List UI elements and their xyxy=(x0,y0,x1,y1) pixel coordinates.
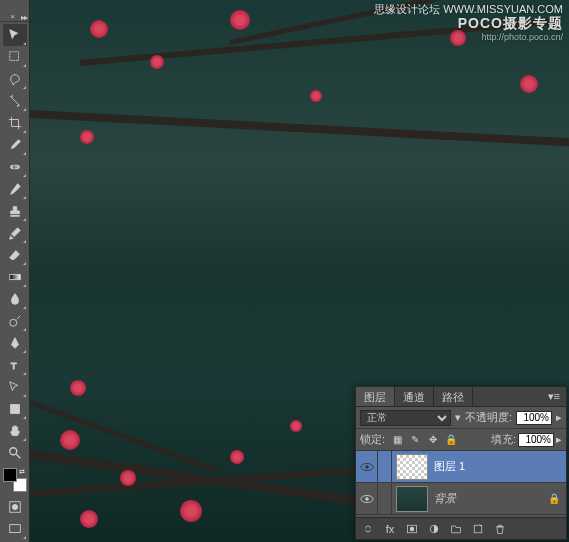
lock-pixels-icon[interactable]: ✎ xyxy=(407,432,423,448)
fill-input[interactable] xyxy=(518,433,554,447)
lock-label: 锁定: xyxy=(360,432,385,447)
crop-tool[interactable] xyxy=(3,112,27,134)
fill-label: 填充: xyxy=(491,432,516,447)
flower-decoration xyxy=(150,55,164,69)
layers-panel: 图层 通道 路径 ▾≡ 正常 ▾ 不透明度: ▸ 锁定: ▦ ✎ ✥ 🔒 填充:… xyxy=(355,386,567,540)
new-layer-button[interactable] xyxy=(468,520,488,538)
lasso-tool[interactable] xyxy=(3,68,27,90)
svg-rect-5 xyxy=(11,405,20,414)
stamp-tool[interactable] xyxy=(3,200,27,222)
watermark-url: http://photo.poco.cn/ xyxy=(374,30,563,44)
flower-decoration xyxy=(90,20,108,38)
tab-paths[interactable]: 路径 xyxy=(434,387,473,406)
branch-decoration xyxy=(30,110,569,146)
eyedropper-tool[interactable] xyxy=(3,134,27,156)
svg-text:T: T xyxy=(11,360,17,371)
watermark-brand: POCO摄影专题 xyxy=(374,16,563,30)
healing-tool[interactable] xyxy=(3,156,27,178)
history-brush-tool[interactable] xyxy=(3,222,27,244)
layer-list: 图层 1 背景 🔒 xyxy=(356,451,566,517)
watermark-domain: WWW.MISSYUAN.COM xyxy=(443,3,563,15)
quickmask-tool[interactable] xyxy=(3,496,27,518)
toolbar-header: ▸▸ × xyxy=(0,12,29,22)
group-button[interactable] xyxy=(446,520,466,538)
flower-decoration xyxy=(520,75,538,93)
flower-decoration xyxy=(290,420,302,432)
svg-point-13 xyxy=(365,497,369,501)
flower-decoration xyxy=(180,500,202,522)
lock-transparency-icon[interactable]: ▦ xyxy=(389,432,405,448)
flower-decoration xyxy=(310,90,322,102)
opacity-dropdown-icon[interactable]: ▸ xyxy=(556,411,562,424)
shape-tool[interactable] xyxy=(3,398,27,420)
layer-name[interactable]: 图层 1 xyxy=(434,459,465,474)
hand-tool[interactable] xyxy=(3,420,27,442)
layer-item[interactable]: 背景 🔒 xyxy=(356,483,566,515)
adjustment-layer-button[interactable] xyxy=(424,520,444,538)
lock-position-icon[interactable]: ✥ xyxy=(425,432,441,448)
path-tool[interactable] xyxy=(3,376,27,398)
tab-layers[interactable]: 图层 xyxy=(356,387,395,406)
svg-point-11 xyxy=(365,465,369,469)
flower-decoration xyxy=(80,130,94,144)
svg-rect-2 xyxy=(10,274,21,279)
color-swatches[interactable]: ⇄ xyxy=(3,468,27,492)
type-tool[interactable]: T xyxy=(3,354,27,376)
gradient-tool[interactable] xyxy=(3,266,27,288)
lock-icon: 🔒 xyxy=(548,493,560,504)
flower-decoration xyxy=(60,430,80,450)
wand-tool[interactable] xyxy=(3,90,27,112)
panel-tabs: 图层 通道 路径 ▾≡ xyxy=(356,387,566,407)
tools-toolbar: ▸▸ × T ⇄ xyxy=(0,0,30,542)
marquee-tool[interactable] xyxy=(3,46,27,68)
opacity-label: 不透明度: xyxy=(465,410,512,425)
svg-point-3 xyxy=(10,319,17,326)
panel-footer: fx xyxy=(356,517,566,539)
swap-colors-icon[interactable]: ⇄ xyxy=(19,468,25,476)
move-tool[interactable] xyxy=(3,24,27,46)
watermark: 思缘设计论坛 WWW.MISSYUAN.COM POCO摄影专题 http://… xyxy=(374,2,563,44)
svg-rect-9 xyxy=(10,525,21,533)
flower-decoration xyxy=(230,10,250,30)
layer-item[interactable]: 图层 1 xyxy=(356,451,566,483)
blend-opacity-row: 正常 ▾ 不透明度: ▸ xyxy=(356,407,566,429)
link-column xyxy=(378,451,392,482)
layer-style-button[interactable]: fx xyxy=(380,520,400,538)
link-layers-button[interactable] xyxy=(358,520,378,538)
foreground-color[interactable] xyxy=(3,468,17,482)
visibility-toggle[interactable] xyxy=(356,451,378,482)
delete-layer-button[interactable] xyxy=(490,520,510,538)
layer-name[interactable]: 背景 xyxy=(434,491,456,506)
zoom-tool[interactable] xyxy=(3,442,27,464)
svg-rect-0 xyxy=(10,52,19,61)
collapse-icon[interactable]: ▸▸ xyxy=(21,13,27,22)
eraser-tool[interactable] xyxy=(3,244,27,266)
screenmode-tool[interactable] xyxy=(3,518,27,540)
flower-decoration xyxy=(230,450,244,464)
layer-thumbnail[interactable] xyxy=(396,486,428,512)
layer-thumbnail[interactable] xyxy=(396,454,428,480)
visibility-toggle[interactable] xyxy=(356,483,378,514)
blur-tool[interactable] xyxy=(3,288,27,310)
svg-point-6 xyxy=(10,448,17,455)
watermark-cn: 思缘设计论坛 xyxy=(374,3,440,15)
flower-decoration xyxy=(70,380,86,396)
brush-tool[interactable] xyxy=(3,178,27,200)
svg-rect-17 xyxy=(474,525,482,533)
close-icon[interactable]: × xyxy=(10,12,15,21)
link-column xyxy=(378,483,392,514)
layer-mask-button[interactable] xyxy=(402,520,422,538)
lock-row: 锁定: ▦ ✎ ✥ 🔒 填充: ▸ xyxy=(356,429,566,451)
svg-point-8 xyxy=(12,504,17,509)
flower-decoration xyxy=(120,470,136,486)
lock-all-icon[interactable]: 🔒 xyxy=(443,432,459,448)
dodge-tool[interactable] xyxy=(3,310,27,332)
opacity-input[interactable] xyxy=(516,411,552,425)
tab-channels[interactable]: 通道 xyxy=(395,387,434,406)
flower-decoration xyxy=(80,510,98,528)
svg-point-15 xyxy=(410,526,415,531)
pen-tool[interactable] xyxy=(3,332,27,354)
blend-mode-select[interactable]: 正常 xyxy=(360,410,451,426)
fill-dropdown-icon[interactable]: ▸ xyxy=(556,433,562,446)
panel-menu-icon[interactable]: ▾≡ xyxy=(542,387,566,406)
